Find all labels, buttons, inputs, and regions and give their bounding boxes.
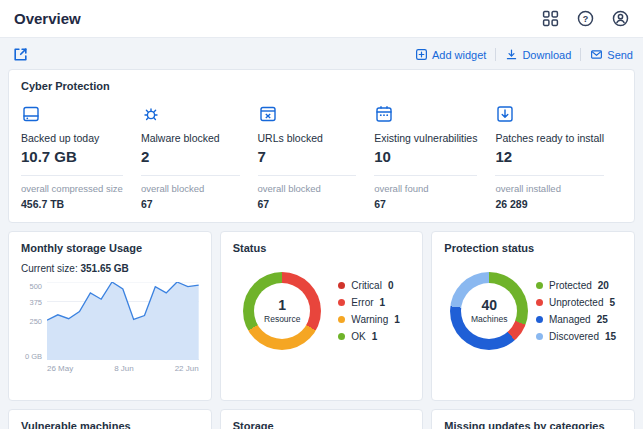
status-card: Status 1 Resource Critical 0 xyxy=(220,231,424,401)
protection-donut-center: 40 Machines xyxy=(461,283,517,339)
stat-value: 7 xyxy=(258,148,357,165)
legend-value: 1 xyxy=(372,331,378,342)
stat-label: Malware blocked xyxy=(141,132,240,144)
urls-blocked-icon xyxy=(258,104,278,124)
legend-dot xyxy=(338,299,345,306)
stat-sub-label: overall installed xyxy=(495,183,604,194)
stat-label: Existing vulnerabilities xyxy=(374,132,477,144)
protection-center-value: 40 xyxy=(481,298,497,313)
vulnerable-machines-card: Vulnerable machines xyxy=(8,409,212,429)
cyber-protection-card: Cyber Protection Backed up today 10.7 GB… xyxy=(8,69,635,223)
stat-patches-ready: Patches ready to install 12 overall inst… xyxy=(495,104,622,210)
page-title: Overview xyxy=(14,10,81,27)
status-donut-chart: 1 Resource xyxy=(243,272,321,350)
storage-title: Storage xyxy=(233,420,411,429)
dashboard-toolbar: Add widget Download Send xyxy=(0,38,643,69)
storage-usage-chart-area: 5003752500 GB xyxy=(21,282,199,360)
vulnerabilities-icon xyxy=(374,104,394,124)
add-widget-icon xyxy=(415,48,428,61)
toolbar-separator xyxy=(580,48,581,61)
legend-item-unprotected: Unprotected 5 xyxy=(536,297,616,308)
stat-sub-value: 67 xyxy=(258,198,357,210)
send-label: Send xyxy=(607,49,633,61)
stat-sub-value: 456.7 TB xyxy=(21,198,123,210)
widgets-row: Vulnerable machines Storage Missing upda… xyxy=(8,409,635,429)
cyber-protection-title: Cyber Protection xyxy=(21,80,622,92)
missing-updates-card: Missing updates by categories xyxy=(431,409,635,429)
status-donut-center: 1 Resource xyxy=(254,283,310,339)
storage-chart-y-axis: 5003752500 GB xyxy=(21,282,47,360)
send-button[interactable]: Send xyxy=(590,48,633,61)
add-widget-button[interactable]: Add widget xyxy=(415,48,486,61)
stat-sub-label: overall blocked xyxy=(141,183,240,194)
legend-dot xyxy=(536,299,543,306)
legend-value: 25 xyxy=(597,314,608,325)
legend-label: Unprotected xyxy=(549,297,603,308)
legend-item-discovered: Discovered 15 xyxy=(536,331,616,342)
stat-divider xyxy=(141,175,240,176)
dashboard-content: Cyber Protection Backed up today 10.7 GB… xyxy=(0,69,643,429)
account-icon[interactable] xyxy=(612,10,629,27)
stat-value: 10.7 GB xyxy=(21,148,123,165)
stat-divider xyxy=(21,175,123,176)
stat-label: Backed up today xyxy=(21,132,123,144)
stat-value: 2 xyxy=(141,148,240,165)
storage-chart-x-axis: 26 May 8 Jun 22 Jun xyxy=(21,364,199,373)
toolbar-separator xyxy=(495,48,496,61)
y-axis-tick: 375 xyxy=(29,298,42,307)
stat-label: Patches ready to install xyxy=(495,132,604,144)
missing-updates-title: Missing updates by categories xyxy=(444,420,622,429)
legend-item-managed: Managed 25 xyxy=(536,314,616,325)
legend-value: 1 xyxy=(380,297,386,308)
current-size-label: Current size: xyxy=(21,263,78,274)
stat-divider xyxy=(258,175,357,176)
apps-grid-icon[interactable] xyxy=(542,10,559,27)
legend-dot xyxy=(536,316,543,323)
legend-item-error: Error 1 xyxy=(338,297,399,308)
page-header: Overview ? xyxy=(0,0,643,38)
legend-item-warning: Warning 1 xyxy=(338,314,399,325)
legend-dot xyxy=(338,282,345,289)
protection-center-label: Machines xyxy=(471,314,507,324)
legend-item-protected: Protected 20 xyxy=(536,280,616,291)
stat-urls-blocked: URLs blocked 7 overall blocked 67 xyxy=(258,104,375,210)
x-axis-tick: 8 Jun xyxy=(114,364,134,373)
status-center-value: 1 xyxy=(278,298,286,313)
stat-sub-label: overall compressed size xyxy=(21,183,123,194)
stat-label: URLs blocked xyxy=(258,132,357,144)
legend-label: Error xyxy=(351,297,373,308)
legend-dot xyxy=(338,333,345,340)
cyber-protection-stats: Backed up today 10.7 GB overall compress… xyxy=(21,104,622,210)
legend-label: Protected xyxy=(549,280,592,291)
monthly-storage-usage-card: Monthly storage Usage Current size: 351.… xyxy=(8,231,212,401)
legend-dot xyxy=(536,282,543,289)
widgets-row: Monthly storage Usage Current size: 351.… xyxy=(8,231,635,401)
monthly-storage-usage-title: Monthly storage Usage xyxy=(21,242,199,254)
legend-value: 0 xyxy=(388,280,394,291)
stat-value: 10 xyxy=(374,148,477,165)
stat-malware-blocked: Malware blocked 2 overall blocked 67 xyxy=(141,104,258,210)
legend-item-critical: Critical 0 xyxy=(338,280,399,291)
help-icon[interactable]: ? xyxy=(577,10,594,27)
status-legend: Critical 0 Error 1 Warning 1 xyxy=(338,280,399,342)
legend-label: Critical xyxy=(351,280,382,291)
y-axis-tick: 0 GB xyxy=(25,352,42,361)
stat-sub-value: 67 xyxy=(141,198,240,210)
status-title: Status xyxy=(233,242,411,254)
y-axis-tick: 250 xyxy=(29,317,42,326)
download-button[interactable]: Download xyxy=(505,48,571,61)
protection-status-card: Protection status 40 Machines Protected … xyxy=(431,231,635,401)
send-icon xyxy=(590,48,603,61)
popout-dashboard-icon[interactable] xyxy=(12,46,29,63)
protection-status-title: Protection status xyxy=(444,242,622,254)
legend-value: 5 xyxy=(609,297,615,308)
status-chart-area: 1 Resource Critical 0 Error 1 xyxy=(233,272,411,350)
stat-backed-up: Backed up today 10.7 GB overall compress… xyxy=(21,104,141,210)
malware-icon xyxy=(141,104,161,124)
y-axis-tick: 500 xyxy=(29,282,42,291)
legend-dot xyxy=(536,333,543,340)
stat-sub-label: overall found xyxy=(374,183,477,194)
current-size-value: 351.65 GB xyxy=(80,263,128,274)
protection-chart-area: 40 Machines Protected 20 Unprotected 5 xyxy=(444,272,622,350)
vulnerable-machines-title: Vulnerable machines xyxy=(21,420,199,429)
